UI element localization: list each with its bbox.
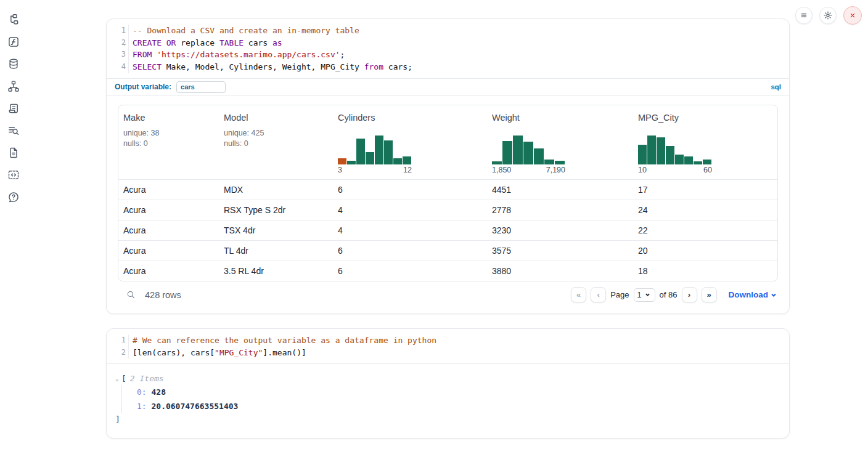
axis-max-label: 60: [703, 166, 712, 174]
sidebar: [0, 0, 27, 449]
column-name: MPG_City: [638, 113, 772, 123]
column-histogram: 1060: [638, 136, 772, 174]
histogram-bar: [502, 141, 512, 164]
last-page-button[interactable]: »: [702, 287, 717, 302]
tree-entry-key: 1:: [137, 402, 147, 411]
tree-entry-value: 20.060747663551403: [147, 402, 239, 411]
column-name: Make: [123, 113, 214, 123]
axis-max-label: 7,190: [546, 166, 565, 174]
pagination: « ‹ Page 1 of 86 › » Download: [571, 287, 777, 302]
code-token: SELECT: [133, 62, 162, 71]
table-cell: 6: [333, 241, 487, 261]
column-header-Model[interactable]: Modelunique: 425nulls: 0: [219, 105, 333, 179]
collapse-chevron-icon[interactable]: ⌄: [115, 372, 119, 386]
output-variable-input[interactable]: [176, 81, 226, 93]
help-icon[interactable]: [7, 191, 20, 203]
code-token: 'https://datasets.marimo.app/cars.csv': [157, 50, 340, 59]
logs-icon[interactable]: [7, 124, 20, 137]
table-row[interactable]: AcuraTSX 4dr4323022: [118, 220, 777, 240]
histogram-bar: [347, 161, 356, 164]
table-body: AcuraMDX6445117AcuraRSX Type S 2dr427782…: [118, 179, 777, 281]
table-row[interactable]: AcuraMDX6445117: [118, 179, 777, 200]
code-text: FROM 'https://datasets.marimo.app/cars.c…: [129, 49, 345, 61]
histogram-bar: [513, 136, 523, 164]
table-cell: 4: [333, 200, 487, 220]
table-cell: Acura: [118, 220, 219, 240]
page-total: of 86: [660, 290, 678, 299]
line-number: 2⌄: [107, 37, 129, 49]
first-page-button[interactable]: «: [571, 287, 586, 302]
table-cell: 6: [333, 261, 487, 281]
code-token: from: [364, 62, 383, 71]
column-header-Weight[interactable]: Weight1,8507,190: [487, 105, 633, 179]
histogram-axis-labels: 312: [338, 166, 412, 174]
sql-code-editor[interactable]: 1-- Download a CSV and create an in-memo…: [107, 19, 789, 78]
histogram-bar: [647, 136, 656, 164]
table-cell: 4: [333, 220, 487, 240]
output-variable-label: Output variable:: [115, 83, 171, 91]
next-page-button[interactable]: ›: [682, 287, 697, 302]
tree-entry-key: 0:: [137, 387, 147, 397]
table-row[interactable]: AcuraTL 4dr6357520: [118, 240, 777, 261]
page-label: Page: [610, 290, 629, 299]
table-cell: 6: [333, 180, 487, 200]
histogram-bar: [356, 139, 365, 164]
shutdown-icon[interactable]: [843, 6, 862, 25]
close-bracket: ]: [115, 413, 780, 426]
histogram-bar: [366, 152, 374, 164]
snippets-icon[interactable]: [7, 169, 20, 181]
search-icon[interactable]: [123, 287, 139, 303]
table-cell: Acura: [118, 200, 219, 220]
code-token: replace: [176, 38, 219, 47]
code-token: [162, 38, 166, 47]
table-footer: 428 rows « ‹ Page 1 of 86 › » Download: [118, 283, 778, 307]
line-number-text: 3: [117, 49, 126, 61]
table-row[interactable]: Acura3.5 RL 4dr6388018: [118, 261, 777, 281]
column-stats: unique: 425nulls: 0: [224, 128, 328, 149]
code-token: # We can reference the output variable a…: [133, 336, 436, 345]
column-header-Cylinders[interactable]: Cylinders312: [333, 105, 487, 179]
code-line: 3FROM 'https://datasets.marimo.app/cars.…: [107, 49, 789, 61]
prev-page-button[interactable]: ‹: [591, 287, 606, 302]
line-number-text: 4: [117, 61, 126, 73]
open-bracket: [: [121, 372, 126, 386]
python-code-editor[interactable]: 1# We can reference the output variable …: [107, 329, 789, 363]
documentation-icon[interactable]: [7, 147, 20, 159]
settings-icon[interactable]: [819, 7, 837, 24]
topbar: [795, 6, 862, 25]
dependency-graph-icon[interactable]: [7, 80, 20, 92]
histogram-bar: [544, 160, 554, 164]
column-header-MPG_City[interactable]: MPG_City1060: [633, 105, 777, 179]
code-token: -- Download a CSV and create an in-memor…: [133, 26, 359, 35]
menu-icon[interactable]: [795, 7, 813, 24]
histogram-bar: [555, 161, 565, 164]
download-label: Download: [729, 290, 769, 299]
database-icon[interactable]: [7, 58, 20, 70]
code-text: [len(cars), cars["MPG_City"].mean()]: [129, 347, 306, 359]
page-select[interactable]: 1: [634, 288, 655, 302]
table-cell: 4451: [487, 180, 633, 200]
code-token: cars: [244, 38, 272, 47]
table-header: Makeunique: 38nulls: 0Modelunique: 425nu…: [118, 105, 777, 179]
code-token: [len(cars), cars[: [133, 348, 215, 357]
file-tree-icon[interactable]: [7, 14, 20, 26]
histogram-bar: [694, 161, 702, 164]
code-token: TABLE: [219, 38, 244, 47]
column-name: Model: [224, 113, 328, 123]
scratchpad-icon[interactable]: [7, 102, 20, 115]
table-cell: TSX 4dr: [219, 220, 333, 240]
function-icon[interactable]: [7, 36, 20, 48]
code-text: -- Download a CSV and create an in-memor…: [129, 25, 359, 37]
code-line: 1-- Download a CSV and create an in-memo…: [107, 25, 789, 37]
download-button[interactable]: Download: [729, 290, 777, 299]
column-header-Make[interactable]: Makeunique: 38nulls: 0: [118, 105, 219, 179]
histogram-bar: [393, 158, 402, 164]
fold-chevron-icon[interactable]: ⌄: [123, 37, 126, 49]
language-badge[interactable]: sql: [771, 83, 781, 91]
table-cell: Acura: [118, 241, 219, 261]
tree-items: 0: 4281: 20.060747663551403: [121, 386, 780, 413]
chevron-down-icon: [771, 292, 777, 298]
sql-output: Makeunique: 38nulls: 0Modelunique: 425nu…: [107, 96, 789, 307]
code-token: ].mean()]: [263, 348, 306, 357]
table-row[interactable]: AcuraRSX Type S 2dr4277824: [118, 200, 777, 220]
